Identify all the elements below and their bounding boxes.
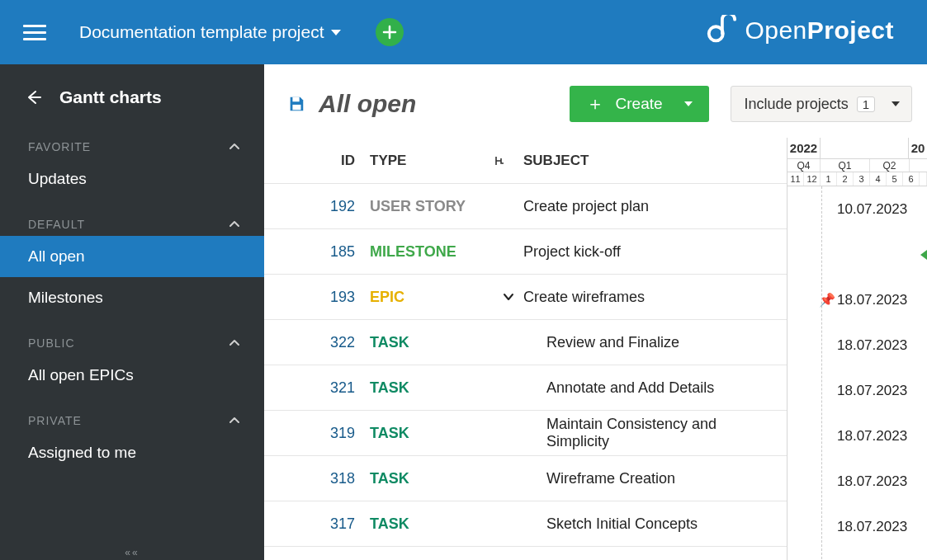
col-hierarchy-icon[interactable] (494, 155, 523, 167)
global-create-button[interactable] (376, 18, 404, 46)
work-package-table: ID TYPE SUBJECT 192USER STORYCreate proj… (264, 138, 787, 560)
gantt-month-row: 11 12 1 2 3 4 5 6 (787, 172, 927, 186)
table-row[interactable]: 185MILESTONEProject kick-off (264, 229, 787, 275)
back-icon[interactable] (25, 88, 43, 106)
table-row[interactable]: 193EPICCreate wireframes (264, 275, 787, 320)
work-package-id[interactable]: 319 (279, 425, 370, 442)
chevron-down-icon (331, 30, 341, 35)
openproject-logo-icon (705, 15, 736, 46)
chevron-up-icon[interactable] (228, 218, 241, 231)
gantt-row: 18.07.2023 (787, 413, 927, 459)
create-button[interactable]: ＋ Create (570, 86, 709, 122)
gantt-row: 10.07.2023 (787, 186, 927, 232)
gantt-row: 18.07.2023 (787, 459, 927, 504)
work-package-id[interactable]: 317 (279, 515, 370, 533)
work-package-subject[interactable]: Create project plan (523, 198, 778, 215)
chevron-up-icon[interactable] (228, 140, 241, 153)
gantt-row: 18.07.2023 (787, 322, 927, 368)
top-bar: Documentation template project OpenProje… (0, 0, 927, 64)
gantt-row: 18.07.2023 (787, 504, 927, 549)
gantt-year-row: 2022 20 (787, 138, 927, 159)
gantt-date-label: 18.07.2023 (837, 473, 907, 490)
svg-rect-1 (292, 97, 299, 102)
work-package-type: EPIC (370, 289, 494, 306)
include-projects-dropdown[interactable]: Include projects 1 (731, 86, 912, 122)
work-package-type: TASK (370, 425, 494, 442)
sidebar-item[interactable]: Milestones (0, 277, 264, 318)
gantt-date-label: 18.07.2023 (837, 428, 907, 445)
table-row[interactable]: 321TASKAnnotate and Add Details (264, 365, 787, 411)
sidebar-item[interactable]: Assigned to me (0, 432, 264, 473)
work-package-id[interactable]: 185 (279, 243, 370, 261)
gantt-quarter-row: Q4 Q1 Q2 (787, 159, 927, 172)
sidebar-item[interactable]: Updates (0, 158, 264, 200)
work-package-id[interactable]: 322 (279, 334, 370, 351)
work-package-type: USER STORY (370, 198, 494, 215)
expand-toggle[interactable] (494, 290, 523, 304)
work-package-type: TASK (370, 515, 494, 533)
gantt-date-label: 18.07.2023 (837, 519, 907, 535)
table-row[interactable]: 319TASKMaintain Consistency and Simplici… (264, 411, 787, 456)
work-package-subject[interactable]: Create wireframes (523, 289, 778, 306)
brand-logo: OpenProject (705, 15, 894, 46)
work-package-type: MILESTONE (370, 243, 494, 261)
table-row[interactable]: 322TASKReview and Finalize (264, 320, 787, 365)
work-package-subject[interactable]: Sketch Initial Concepts (523, 515, 778, 533)
work-package-subject[interactable]: Maintain Consistency and Simplicity (523, 416, 778, 450)
gantt-milestone-marker (920, 250, 927, 260)
gantt-row: 📌18.07.2023 (787, 277, 927, 322)
pin-icon: 📌 (819, 292, 835, 308)
table-row[interactable]: 317TASKSketch Initial Concepts (264, 501, 787, 547)
sidebar-item[interactable]: All open (0, 236, 264, 277)
page-title: All open (319, 90, 556, 118)
gantt-date-label: 18.07.2023 (837, 337, 907, 354)
gantt-row (787, 232, 927, 277)
work-package-subject[interactable]: Wireframe Creation (523, 470, 778, 487)
sidebar-group-title[interactable]: PUBLIC (0, 318, 264, 355)
sidebar-group-title[interactable]: FAVORITE (0, 122, 264, 158)
col-subject[interactable]: SUBJECT (523, 153, 778, 169)
sidebar: Gantt charts FAVORITEUpdatesDEFAULTAll o… (0, 64, 264, 560)
table-row[interactable]: 192USER STORYCreate project plan (264, 184, 787, 229)
work-package-subject[interactable]: Annotate and Add Details (523, 379, 778, 397)
save-icon[interactable] (287, 95, 305, 113)
gantt-row: 18.07.2023 (787, 368, 927, 413)
work-package-subject[interactable]: Project kick-off (523, 243, 778, 261)
hamburger-icon[interactable] (23, 21, 46, 44)
chevron-down-icon (892, 101, 900, 106)
svg-rect-2 (292, 105, 300, 110)
chevron-down-icon (684, 101, 693, 106)
gantt-date-label: 18.07.2023 (837, 292, 907, 308)
plus-icon: ＋ (586, 95, 604, 113)
sidebar-item[interactable]: All open EPICs (0, 355, 264, 396)
work-package-type: TASK (370, 470, 494, 487)
col-id[interactable]: ID (279, 153, 370, 169)
table-header: ID TYPE SUBJECT (264, 138, 787, 184)
col-type[interactable]: TYPE (370, 153, 494, 169)
table-row[interactable]: 318TASKWireframe Creation (264, 456, 787, 501)
gantt-date-label: 18.07.2023 (837, 383, 907, 399)
sidebar-header: Gantt charts (0, 73, 264, 122)
work-package-id[interactable]: 318 (279, 470, 370, 487)
content-toolbar: All open ＋ Create Include projects 1 (264, 64, 927, 137)
project-title: Documentation template project (79, 22, 324, 42)
sidebar-group-title[interactable]: PRIVATE (0, 396, 264, 432)
chevron-up-icon[interactable] (228, 414, 241, 427)
sidebar-collapse-handle[interactable]: «« (125, 547, 139, 558)
gantt-date-label: 10.07.2023 (837, 201, 907, 218)
work-package-type: TASK (370, 379, 494, 397)
work-package-id[interactable]: 321 (279, 379, 370, 397)
sidebar-group-title[interactable]: DEFAULT (0, 200, 264, 236)
work-package-subject[interactable]: Review and Finalize (523, 334, 778, 351)
sidebar-title: Gantt charts (59, 87, 162, 107)
include-projects-count: 1 (857, 96, 875, 112)
work-package-id[interactable]: 192 (279, 198, 370, 215)
chevron-up-icon[interactable] (228, 336, 241, 350)
work-package-type: TASK (370, 334, 494, 351)
project-selector[interactable]: Documentation template project (79, 22, 341, 42)
gantt-panel: 2022 20 Q4 Q1 Q2 11 12 1 2 3 4 5 (787, 138, 927, 560)
work-package-id[interactable]: 193 (279, 289, 370, 306)
